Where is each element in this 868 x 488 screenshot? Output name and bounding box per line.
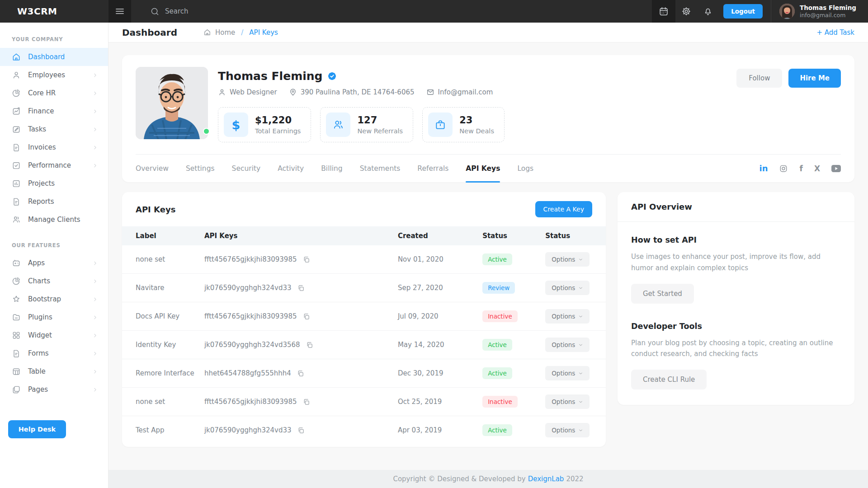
tab-referrals[interactable]: Referrals bbox=[417, 155, 448, 183]
chevron-right-icon bbox=[92, 333, 98, 338]
instagram-icon[interactable] bbox=[779, 164, 788, 173]
sidebar-item-employees[interactable]: Employees bbox=[0, 66, 108, 84]
sidebar-item-dashboard[interactable]: Dashboard bbox=[0, 48, 108, 66]
report-document-icon bbox=[12, 197, 21, 206]
key-created: Sep 27, 2020 bbox=[398, 274, 482, 302]
create-cli-rule-button[interactable]: Create CLI Rule bbox=[631, 370, 707, 389]
copy-icon[interactable] bbox=[297, 427, 305, 434]
stat-new-referrals: 127 New Referrals bbox=[320, 107, 413, 142]
add-task-link[interactable]: + Add Task bbox=[816, 28, 854, 37]
sidebar-item-charts[interactable]: Charts bbox=[0, 272, 108, 290]
footer-brand-link[interactable]: DexignLab bbox=[528, 475, 564, 483]
tab-activity[interactable]: Activity bbox=[278, 155, 304, 183]
profile-tabs: Overview Settings Security Activity Bill… bbox=[136, 154, 841, 182]
sidebar-item-pages[interactable]: Pages bbox=[0, 380, 108, 399]
copy-icon[interactable] bbox=[302, 398, 310, 406]
options-button[interactable]: Options bbox=[545, 252, 590, 267]
global-search bbox=[150, 7, 310, 16]
tab-billing[interactable]: Billing bbox=[321, 155, 343, 183]
breadcrumb-current: API Keys bbox=[249, 28, 278, 37]
sidebar-item-plugins[interactable]: Plugins bbox=[0, 308, 108, 326]
help-desk-button[interactable]: Help Desk bbox=[8, 420, 66, 438]
get-started-button[interactable]: Get Started bbox=[631, 284, 694, 304]
tab-settings[interactable]: Settings bbox=[186, 155, 215, 183]
sidebar-item-apps[interactable]: Apps bbox=[0, 254, 108, 272]
sidebar-section-features: OUR FEATURES bbox=[12, 242, 108, 249]
tab-logs[interactable]: Logs bbox=[517, 155, 533, 183]
sidebar-toggle-button[interactable] bbox=[108, 0, 131, 23]
search-icon bbox=[150, 7, 160, 16]
calendar-button[interactable] bbox=[652, 0, 675, 23]
options-button[interactable]: Options bbox=[545, 281, 590, 295]
top-header: W3CRM Logout Thomas Fleming info@gmail.c… bbox=[0, 0, 868, 23]
user-menu[interactable]: Thomas Fleming info@gmail.com bbox=[771, 4, 868, 19]
profile-address: 390 Paulina Path, DE 14764-6065 bbox=[289, 88, 415, 96]
youtube-icon[interactable] bbox=[831, 165, 841, 172]
check-square-icon bbox=[12, 161, 21, 170]
sidebar-item-table[interactable]: Table bbox=[0, 362, 108, 380]
how-to-set-api-section: How to set API Use images to enhance you… bbox=[631, 235, 841, 304]
sidebar-item-label: Tasks bbox=[28, 125, 46, 133]
follow-button[interactable]: Follow bbox=[736, 69, 782, 88]
copy-icon[interactable] bbox=[297, 370, 304, 377]
bar-chart-icon bbox=[12, 179, 21, 188]
home-icon bbox=[203, 28, 211, 36]
copy-icon[interactable] bbox=[297, 284, 305, 292]
edit-icon bbox=[12, 125, 21, 134]
options-button[interactable]: Options bbox=[545, 338, 590, 352]
chevron-right-icon bbox=[92, 163, 98, 169]
sidebar-item-label: Apps bbox=[28, 259, 45, 267]
stat-label: New Deals bbox=[459, 127, 494, 135]
settings-button[interactable] bbox=[675, 6, 697, 16]
sidebar-item-projects[interactable]: Projects bbox=[0, 174, 108, 192]
sidebar-item-forms[interactable]: Forms bbox=[0, 344, 108, 362]
options-button[interactable]: Options bbox=[545, 309, 590, 324]
tab-security[interactable]: Security bbox=[232, 155, 261, 183]
tab-api-keys[interactable]: API Keys bbox=[466, 155, 500, 183]
sidebar-item-bootstrap[interactable]: Bootstrap bbox=[0, 290, 108, 308]
breadcrumb-separator: / bbox=[241, 28, 243, 37]
sidebar-item-label: Performance bbox=[28, 161, 71, 169]
copy-icon[interactable] bbox=[302, 256, 310, 263]
x-twitter-icon[interactable]: X bbox=[814, 164, 820, 173]
hire-me-button[interactable]: Hire Me bbox=[788, 69, 841, 88]
sidebar-item-tasks[interactable]: Tasks bbox=[0, 120, 108, 138]
gear-icon bbox=[681, 6, 691, 16]
sidebar-item-reports[interactable]: Reports bbox=[0, 192, 108, 211]
sidebar-item-invoices[interactable]: Invoices bbox=[0, 138, 108, 156]
options-button[interactable]: Options bbox=[545, 366, 590, 380]
sidebar-item-core-hr[interactable]: Core HR bbox=[0, 84, 108, 102]
status-badge: Active bbox=[482, 253, 512, 265]
table-header-row: Label API Keys Created Status Status bbox=[122, 226, 606, 245]
tab-overview[interactable]: Overview bbox=[136, 155, 169, 183]
api-keys-card-title: API Keys bbox=[136, 205, 175, 214]
options-button[interactable]: Options bbox=[545, 394, 590, 409]
breadcrumb-bar: Dashboard Home / API Keys + Add Task bbox=[108, 23, 868, 42]
sidebar-item-finance[interactable]: Finance bbox=[0, 102, 108, 120]
footer: Copyright © Designed & Developed by Dexi… bbox=[108, 470, 868, 488]
key-value: fftt456765gjkkjhi83093985 bbox=[204, 398, 297, 406]
sidebar: YOUR COMPANY Dashboard Employees Core HR… bbox=[0, 23, 108, 488]
status-badge: Inactive bbox=[482, 396, 518, 408]
create-key-button[interactable]: Create A Key bbox=[535, 201, 592, 217]
facebook-icon[interactable]: f bbox=[799, 164, 802, 173]
copy-icon[interactable] bbox=[302, 313, 310, 320]
chevron-right-icon bbox=[92, 351, 98, 357]
breadcrumb-home-link[interactable]: Home bbox=[215, 28, 235, 37]
apps-icon bbox=[12, 258, 21, 267]
tab-statements[interactable]: Statements bbox=[360, 155, 401, 183]
chevron-right-icon bbox=[92, 314, 98, 320]
dollar-icon: $ bbox=[224, 113, 248, 137]
logout-button[interactable]: Logout bbox=[723, 4, 763, 19]
sidebar-item-manage-clients[interactable]: Manage Clients bbox=[0, 211, 108, 229]
sidebar-item-widget[interactable]: Widget bbox=[0, 326, 108, 344]
sidebar-item-performance[interactable]: Performance bbox=[0, 156, 108, 174]
search-input[interactable] bbox=[165, 7, 310, 15]
options-button[interactable]: Options bbox=[545, 423, 590, 437]
profile-role: Web Designer bbox=[218, 88, 277, 96]
key-value: jk076590ygghgh324vd33 bbox=[204, 284, 292, 292]
table-row: Navitare jk076590ygghgh324vd33 Sep 27, 2… bbox=[122, 274, 606, 302]
copy-icon[interactable] bbox=[306, 341, 313, 349]
notifications-button[interactable] bbox=[697, 6, 719, 16]
linkedin-icon[interactable]: in bbox=[760, 164, 768, 173]
